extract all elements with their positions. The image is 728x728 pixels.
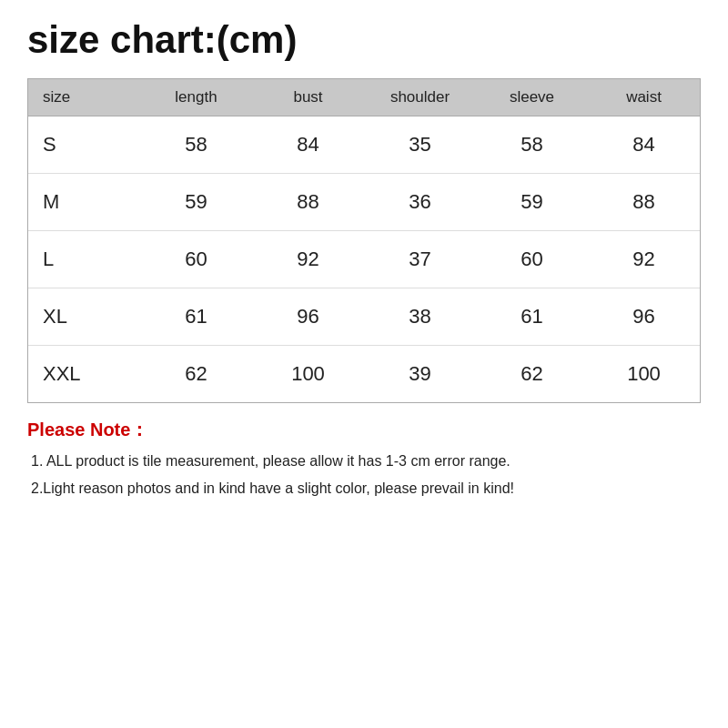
header-length: length (140, 79, 252, 116)
note-item-1: 1. ALL product is tile measurement, plea… (31, 450, 701, 473)
cell-sleeve: 62 (476, 346, 588, 402)
cell-size: M (28, 174, 140, 230)
cell-bust: 84 (252, 116, 364, 173)
cell-shoulder: 38 (364, 288, 476, 345)
cell-length: 61 (140, 288, 252, 345)
table-row: XL6196386196 (28, 288, 700, 346)
note-item-2: 2.Light reason photos and in kind have a… (31, 477, 701, 500)
cell-shoulder: 35 (364, 116, 476, 173)
cell-sleeve: 60 (476, 231, 588, 288)
cell-size: S (28, 116, 140, 173)
size-table: size length bust shoulder sleeve waist S… (27, 78, 701, 403)
cell-bust: 92 (252, 231, 364, 288)
page-container: size chart:(cm) size length bust shoulde… (0, 0, 728, 728)
cell-length: 62 (140, 346, 252, 402)
cell-size: XXL (28, 346, 140, 402)
cell-sleeve: 58 (476, 116, 588, 173)
header-size: size (28, 79, 140, 116)
cell-waist: 100 (588, 346, 700, 402)
cell-waist: 84 (588, 116, 700, 173)
header-sleeve: sleeve (476, 79, 588, 116)
cell-sleeve: 61 (476, 288, 588, 345)
table-row: XXL621003962100 (28, 346, 700, 402)
table-body: S5884355884M5988365988L6092376092XL61963… (28, 116, 700, 402)
cell-shoulder: 39 (364, 346, 476, 402)
cell-length: 59 (140, 174, 252, 230)
cell-sleeve: 59 (476, 174, 588, 230)
cell-bust: 100 (252, 346, 364, 402)
page-title: size chart:(cm) (27, 18, 701, 62)
cell-shoulder: 36 (364, 174, 476, 230)
notes-section: Please Note： 1. ALL product is tile meas… (27, 418, 701, 500)
cell-size: XL (28, 288, 140, 345)
cell-bust: 88 (252, 174, 364, 230)
cell-waist: 92 (588, 231, 700, 288)
table-row: S5884355884 (28, 116, 700, 174)
header-bust: bust (252, 79, 364, 116)
cell-bust: 96 (252, 288, 364, 345)
cell-waist: 96 (588, 288, 700, 345)
table-row: M5988365988 (28, 174, 700, 231)
header-waist: waist (588, 79, 700, 116)
cell-length: 58 (140, 116, 252, 173)
cell-shoulder: 37 (364, 231, 476, 288)
cell-waist: 88 (588, 174, 700, 230)
please-note-label: Please Note： (27, 418, 701, 442)
table-row: L6092376092 (28, 231, 700, 288)
cell-size: L (28, 231, 140, 288)
table-header-row: size length bust shoulder sleeve waist (28, 79, 700, 116)
header-shoulder: shoulder (364, 79, 476, 116)
cell-length: 60 (140, 231, 252, 288)
